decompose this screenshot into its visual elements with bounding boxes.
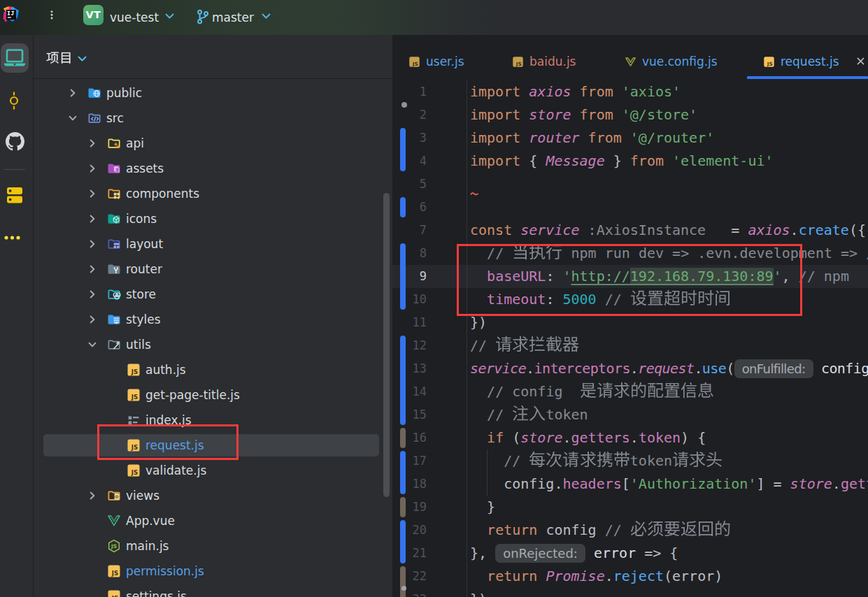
tree-item-main-js[interactable]: main.js (34, 533, 392, 559)
code-token-i: :AxiosInstance (580, 222, 706, 238)
code-token-d (813, 360, 821, 377)
code-line-20[interactable]: return config // (470, 519, 731, 542)
code-line-12[interactable]: // (470, 334, 580, 357)
code-token-d: ({ (849, 222, 866, 238)
git-branch-icon[interactable] (196, 9, 209, 24)
inlay-hint-chip: onRejected: (495, 544, 585, 563)
code-line-3[interactable]: import router from '@/router' (470, 127, 714, 150)
tree-item-store[interactable]: store (34, 282, 392, 307)
branch-chevron-down-icon[interactable] (262, 13, 271, 19)
code-line-23[interactable]: }) (470, 588, 487, 597)
code-token-d: ) { (681, 429, 706, 446)
project-avatar[interactable]: VT (83, 5, 104, 25)
tool-window-rail (0, 35, 34, 597)
code-token-f: use (702, 360, 726, 377)
tree-scrollbar[interactable] (383, 193, 390, 497)
chevron-right-icon[interactable] (87, 315, 97, 324)
code-token-k: return (487, 568, 537, 584)
tree-item-label: main.js (126, 533, 169, 559)
commit-icon[interactable] (6, 91, 22, 110)
code-token-d (470, 452, 504, 469)
tree-item-router[interactable]: router (34, 257, 392, 282)
tree-item-utils[interactable]: utils (34, 332, 392, 357)
tree-item-validate-js[interactable]: validate.js (34, 458, 392, 483)
line-number: 16 (392, 426, 427, 449)
chevron-right-icon[interactable] (87, 189, 97, 199)
line-number: 2 (392, 103, 427, 127)
tree-item-api[interactable]: api (34, 131, 392, 156)
chevron-right-icon[interactable] (87, 138, 97, 148)
code-token-d: . (630, 429, 639, 446)
tree-item-icons[interactable]: icons (34, 206, 392, 231)
code-token-pm: config (821, 360, 868, 377)
chevron-right-icon[interactable] (87, 164, 97, 173)
main-menu-kebab-icon[interactable] (48, 9, 56, 24)
tree-item-label: App.vue (126, 508, 175, 533)
chevron-right-icon[interactable] (87, 264, 97, 274)
more-dots-icon[interactable] (4, 234, 20, 241)
code-line-1[interactable]: import axios from 'axios' (470, 80, 681, 103)
code-token-d: ] = (756, 475, 790, 492)
tree-item-settings-js[interactable]: settings.js (34, 584, 392, 597)
project-name[interactable]: vue-test (110, 0, 159, 35)
code-line-22[interactable]: return Promise.reject(error) (470, 565, 723, 588)
tree-item-get-page-title-js[interactable]: get-page-title.js (34, 382, 392, 408)
code-line-13[interactable]: service.interceptors.request.use(onFulfi… (470, 357, 868, 380)
database-icon[interactable] (7, 187, 22, 203)
tree-item-public[interactable]: public (34, 80, 392, 106)
line-number: 8 (392, 242, 427, 265)
tree-item-App-vue[interactable]: App.vue (34, 508, 392, 533)
tree-item-views[interactable]: views (34, 483, 392, 508)
tree-item-components[interactable]: components (34, 181, 392, 206)
code-line-16[interactable]: if (store.getters.token) { (470, 426, 706, 449)
intellij-idea-logo[interactable] (3, 6, 20, 24)
code-line-2[interactable]: import store from '@/store' (470, 103, 697, 127)
code-token-p: token (639, 429, 681, 446)
tab-label: baidu.js (529, 40, 576, 84)
chevron-right-icon[interactable] (68, 88, 78, 98)
project-panel-title (46, 51, 72, 65)
code-line-14[interactable]: // config (470, 380, 714, 403)
project-panel-chevron-down-icon[interactable] (78, 56, 87, 62)
chevron-right-icon[interactable] (87, 239, 97, 249)
line-number: 23 (392, 588, 427, 597)
github-icon[interactable] (6, 132, 24, 151)
tree-item-layout[interactable]: layout (34, 231, 392, 257)
tree-item-permission-js[interactable]: permission.js (34, 559, 392, 584)
code-token-d (585, 545, 594, 561)
code-line-15[interactable]: // token (470, 403, 588, 426)
ide-window: VT vue-test master (0, 0, 868, 597)
code-token-c: // token (487, 406, 588, 423)
code-line-19[interactable]: } (470, 496, 495, 519)
tree-item-label: get-page-title.js (145, 382, 240, 408)
code-token-s: 'element-ui' (672, 152, 774, 169)
chevron-right-icon[interactable] (87, 289, 97, 299)
code-line-7[interactable]: const service :AxiosInstance = axios.cre… (470, 219, 866, 242)
vue-file-icon (107, 514, 121, 528)
code-token-d: . (790, 222, 799, 238)
code-line-17[interactable]: // token (470, 449, 723, 473)
chevron-down-icon[interactable] (68, 113, 78, 123)
code-token-d (470, 429, 487, 446)
code-token-d: . (526, 360, 534, 377)
code-token-v: store (529, 106, 571, 123)
tree-item-assets[interactable]: assets (34, 156, 392, 181)
code-line-4[interactable]: import { Message } from 'element-ui' (470, 150, 774, 173)
tree-item-styles[interactable]: styles (34, 307, 392, 332)
code-token-s: 'axios' (622, 83, 681, 100)
code-area[interactable]: 1import axios from 'axios'2import store … (392, 79, 868, 597)
chevron-right-icon[interactable] (87, 214, 97, 224)
close-tab-icon[interactable] (855, 56, 866, 66)
tree-item-label: settings.js (126, 584, 187, 597)
code-line-21[interactable]: }, onRejected: error => { (470, 542, 678, 565)
chevron-right-icon[interactable] (87, 491, 97, 501)
branch-name[interactable]: master (212, 0, 254, 35)
code-token-k: from (580, 129, 630, 146)
project-chevron-down-icon[interactable] (165, 13, 174, 19)
chevron-down-icon[interactable] (87, 340, 97, 350)
tree-item-auth-js[interactable]: auth.js (34, 357, 392, 382)
tree-item-src[interactable]: src (34, 106, 392, 131)
project-tool-button[interactable] (1, 43, 29, 73)
project-panel-header[interactable] (34, 35, 392, 79)
code-line-18[interactable]: config.headers['Authorization'] = store.… (470, 473, 868, 496)
